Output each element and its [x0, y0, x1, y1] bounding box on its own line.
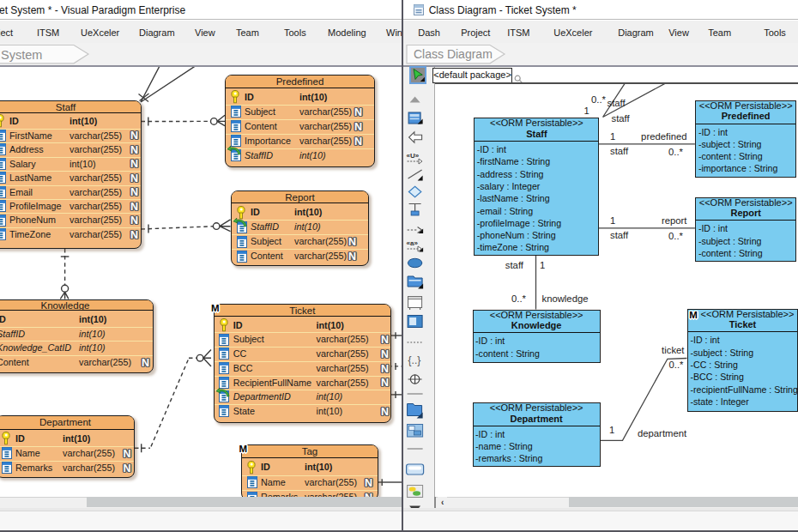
- svg-text:Class Diagram: Class Diagram: [414, 47, 493, 61]
- svg-text:{..}: {..}: [408, 354, 421, 366]
- svg-text:«U»: «U»: [407, 152, 420, 160]
- svg-text:System: System: [1, 48, 42, 62]
- svg-text:«a»: «a»: [407, 239, 419, 247]
